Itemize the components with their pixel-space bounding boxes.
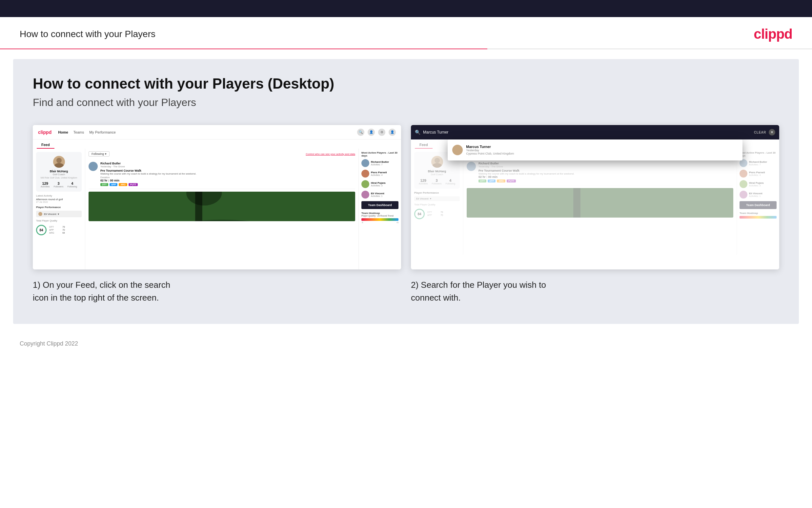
player-avatar-0 bbox=[362, 159, 369, 167]
stat-bars-1: OTT 79 APP 70 bbox=[49, 226, 65, 235]
profile-avatar-1 bbox=[53, 156, 65, 168]
score-circle-1: 84 bbox=[36, 225, 47, 235]
latest-activity-1: Latest Activity Afternoon round of golf … bbox=[36, 194, 82, 203]
activity-info-1: Richard Butler Yesterday · The Grove Pre… bbox=[100, 162, 355, 186]
heatmap-labels-1: -5+5 bbox=[362, 221, 398, 223]
svg-point-8 bbox=[433, 163, 442, 168]
page-title: How to connect with your Players bbox=[20, 29, 155, 39]
top-bar bbox=[0, 0, 812, 17]
stat-followers: 3 Followers bbox=[54, 181, 64, 188]
search-results-dropdown: Marcus Turner Yesterday Cypress Point Cl… bbox=[448, 139, 742, 161]
nav-links-1: Home Teams My Performance bbox=[58, 130, 116, 134]
team-dashboard-btn-1[interactable]: Team Dashboard bbox=[362, 201, 398, 209]
main-content: How to connect with your Players (Deskto… bbox=[13, 59, 799, 324]
following-bar-1: Following ▾ Control who can see your act… bbox=[89, 151, 355, 157]
main-heading: How to connect with your Players (Deskto… bbox=[33, 76, 779, 92]
avatar-icon[interactable]: 👤 bbox=[389, 129, 396, 136]
search-icon-2: 🔍 bbox=[415, 130, 420, 135]
following-button-1[interactable]: Following ▾ bbox=[89, 151, 109, 157]
nav-myperformance-1[interactable]: My Performance bbox=[89, 130, 116, 134]
profile-card-1: Blair McHarg Golf Coach Mill Ride Golf C… bbox=[36, 152, 82, 192]
activity-avatar-1 bbox=[89, 162, 98, 171]
search-icon[interactable]: 🔍 bbox=[357, 129, 364, 136]
svg-rect-3 bbox=[89, 192, 355, 221]
profile-location-1: Mill Ride Golf Club, United Kingdom bbox=[39, 176, 79, 179]
search-result-item[interactable]: Marcus Turner Yesterday Cypress Point Cl… bbox=[448, 142, 742, 158]
activity-tags-1: OTT APP ARG PUTT bbox=[100, 183, 355, 186]
app-content-1: Blair McHarg Golf Coach Mill Ride Golf C… bbox=[33, 149, 401, 269]
player-avatar-2 bbox=[362, 180, 369, 188]
search-result-info: Marcus Turner Yesterday Cypress Point Cl… bbox=[466, 145, 514, 155]
search-input-2[interactable]: Marcus Turner bbox=[423, 130, 751, 134]
app-left-1: Blair McHarg Golf Coach Mill Ride Golf C… bbox=[33, 149, 85, 269]
player-avatar-1 bbox=[362, 170, 369, 177]
stat-following: 4 Following bbox=[67, 181, 77, 188]
player-select-1[interactable]: Eli Vincent ▾ bbox=[36, 211, 82, 217]
clippd-logo: clippd bbox=[754, 26, 792, 42]
profile-role-1: Golf Coach bbox=[39, 173, 79, 176]
player-item-1: Piers Parnell Activities: 4 bbox=[362, 170, 398, 177]
panels: clippd Home Teams My Performance 🔍 👤 ⚙ 👤… bbox=[33, 125, 779, 304]
svg-point-2 bbox=[38, 212, 42, 216]
screenshot-2: clippd Home Teams My Performance 🔍 👤 ⚙ 👤 bbox=[411, 125, 779, 269]
profile-stats-1: 129 Activities 3 Followers 4 Following bbox=[39, 181, 79, 188]
svg-point-1 bbox=[54, 163, 64, 168]
copyright-text: Copyright Clippd 2022 bbox=[20, 340, 78, 347]
search-close-button[interactable]: ✕ bbox=[769, 129, 775, 135]
settings-icon[interactable]: ⚙ bbox=[378, 129, 385, 136]
panel-2: clippd Home Teams My Performance 🔍 👤 ⚙ 👤 bbox=[411, 125, 779, 304]
search-bar-overlay: 🔍 Marcus Turner CLEAR ✕ bbox=[411, 125, 779, 139]
svg-point-7 bbox=[434, 158, 440, 163]
search-result-avatar bbox=[452, 145, 463, 155]
svg-rect-9 bbox=[467, 188, 733, 218]
feed-tab-1[interactable]: Feed bbox=[37, 141, 54, 149]
step-2-caption: 2) Search for the Player you wish toconn… bbox=[411, 279, 779, 304]
player-avatar-3 bbox=[362, 190, 369, 199]
course-image-1 bbox=[89, 192, 355, 221]
player-item-3: Eli Vincent Activities: 1 bbox=[362, 190, 398, 199]
panel-1: clippd Home Teams My Performance 🔍 👤 ⚙ 👤… bbox=[33, 125, 401, 304]
player-performance-section-1: Player Performance Eli Vincent ▾ Total P… bbox=[36, 206, 82, 235]
player-item-0: Richard Butler Activities: 7 bbox=[362, 159, 398, 167]
header: How to connect with your Players clippd bbox=[0, 17, 812, 49]
svg-rect-10 bbox=[573, 188, 580, 218]
stat-activities: 129 Activities bbox=[41, 181, 50, 188]
nav-icons-1: 🔍 👤 ⚙ 👤 bbox=[357, 129, 396, 136]
app-middle-1: Following ▾ Control who can see your act… bbox=[85, 149, 359, 269]
search-clear-button[interactable]: CLEAR bbox=[754, 131, 766, 134]
player-item-2: Hiral Pujara Activities: 3 bbox=[362, 180, 398, 188]
nav-teams-1[interactable]: Teams bbox=[74, 130, 84, 134]
screenshot-1: clippd Home Teams My Performance 🔍 👤 ⚙ 👤… bbox=[33, 125, 401, 269]
step-1-caption: 1) On your Feed, click on the searchicon… bbox=[33, 279, 401, 304]
app-logo-small-1: clippd bbox=[38, 130, 51, 135]
footer: Copyright Clippd 2022 bbox=[0, 334, 812, 354]
activity-card-1: Richard Butler Yesterday · The Grove Pre… bbox=[89, 159, 355, 189]
profile-name-1: Blair McHarg bbox=[39, 170, 79, 173]
app-nav-1: clippd Home Teams My Performance 🔍 👤 ⚙ 👤 bbox=[33, 125, 401, 139]
team-heatmap-title-1: Team Heatmap Player Quality · 20 Round T… bbox=[362, 212, 398, 217]
nav-home-1[interactable]: Home bbox=[58, 130, 68, 134]
svg-point-0 bbox=[56, 158, 62, 163]
main-subheading: Find and connect with your Players bbox=[33, 96, 779, 109]
header-divider bbox=[0, 49, 812, 49]
heatmap-bar-1 bbox=[362, 218, 398, 221]
control-link-1[interactable]: Control who can see your activity and da… bbox=[306, 153, 355, 156]
app-right-1: Most Active Players - Last 30 days Richa… bbox=[359, 149, 401, 269]
people-icon[interactable]: 👤 bbox=[368, 129, 375, 136]
